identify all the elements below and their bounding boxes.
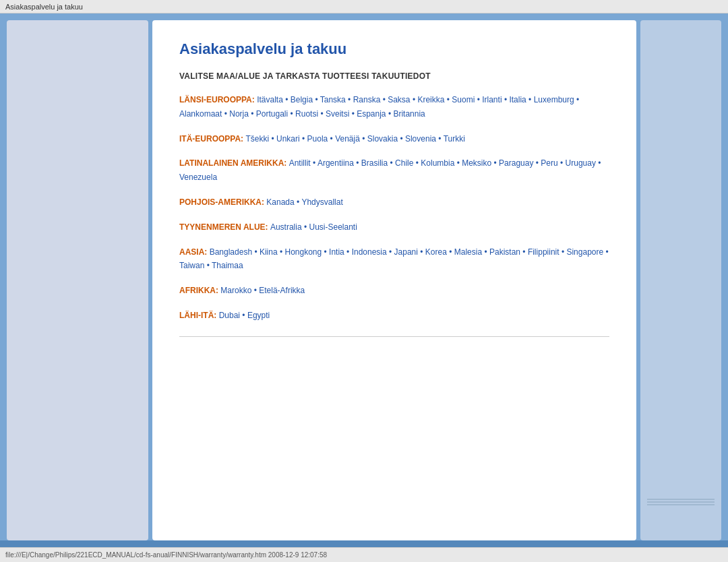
region-link-lansi-eurooppa-13[interactable]: Ruotsi <box>295 109 318 119</box>
region-link-latinalainen-amerikka-9[interactable]: Venezuela <box>179 173 217 182</box>
region-links-afrikka[interactable]: Marokko • Etelä-Afrikka <box>220 286 305 295</box>
region-link-lansi-eurooppa-4[interactable]: Saksa <box>388 95 410 104</box>
region-link-aasia-11[interactable]: Taiwan <box>179 261 204 270</box>
region-links-tyynenmeren-alue[interactable]: Australia • Uusi-Seelanti <box>270 222 357 232</box>
region-block-aasia: AASIA: Bangladesh • Kiina • Hongkong • I… <box>179 245 609 274</box>
region-link-ita-eurooppa-0[interactable]: Tšekki <box>245 134 269 144</box>
bottom-strip <box>0 540 728 547</box>
region-link-lansi-eurooppa-3[interactable]: Ranska <box>353 95 381 104</box>
region-link-latinalainen-amerikka-3[interactable]: Chile <box>395 158 413 168</box>
region-links-lahi-ita[interactable]: Dubai • Egypti <box>219 311 270 320</box>
region-link-tyynenmeren-alue-1[interactable]: Uusi-Seelanti <box>309 222 357 232</box>
region-link-lansi-eurooppa-5[interactable]: Kreikka <box>417 95 444 104</box>
region-link-latinalainen-amerikka-5[interactable]: Meksiko <box>462 158 491 168</box>
region-label-tyynenmeren-alue: TYYNENMEREN ALUE: <box>179 222 270 232</box>
region-link-latinalainen-amerikka-6[interactable]: Paraguay <box>499 158 533 168</box>
region-block-ita-eurooppa: ITÄ-EUROOPPA: Tšekki • Unkari • Puola • … <box>179 132 609 146</box>
region-link-ita-eurooppa-2[interactable]: Puola <box>307 134 328 144</box>
region-block-lansi-eurooppa: LÄNSI-EUROOPPA: Itävalta • Belgia • Tans… <box>179 93 609 121</box>
region-link-pohjois-amerikka-1[interactable]: Yhdysvallat <box>301 197 342 207</box>
region-link-lansi-eurooppa-1[interactable]: Belgia <box>291 95 313 104</box>
region-links-ita-eurooppa[interactable]: Tšekki • Unkari • Puola • Venäjä • Slova… <box>245 134 464 144</box>
region-link-aasia-8[interactable]: Pakistan <box>489 247 520 257</box>
region-link-aasia-2[interactable]: Hongkong <box>285 247 322 257</box>
region-link-ita-eurooppa-5[interactable]: Slovenia <box>405 134 436 144</box>
region-block-pohjois-amerikka: POHJOIS-AMERIKKA: Kanada • Yhdysvallat <box>179 195 609 210</box>
region-link-lansi-eurooppa-6[interactable]: Suomi <box>452 95 475 104</box>
region-link-lansi-eurooppa-7[interactable]: Irlanti <box>482 95 502 104</box>
region-link-ita-eurooppa-3[interactable]: Venäjä <box>335 134 360 144</box>
region-link-aasia-3[interactable]: Intia <box>329 247 344 257</box>
region-link-ita-eurooppa-4[interactable]: Slovakia <box>367 134 398 144</box>
region-link-lahi-ita-0[interactable]: Dubai <box>219 311 240 320</box>
region-link-latinalainen-amerikka-8[interactable]: Uruguay <box>566 158 596 168</box>
region-link-aasia-4[interactable]: Indonesia <box>352 247 387 257</box>
region-label-latinalainen-amerikka: LATINALAINEN AMERIKKA: <box>179 158 289 168</box>
region-link-lansi-eurooppa-0[interactable]: Itävalta <box>257 95 283 104</box>
region-link-lansi-eurooppa-8[interactable]: Italia <box>509 95 526 104</box>
region-link-afrikka-1[interactable]: Etelä-Afrikka <box>259 286 305 295</box>
region-link-aasia-1[interactable]: Kiina <box>260 247 278 257</box>
region-link-lahi-ita-1[interactable]: Egypti <box>247 311 270 320</box>
region-link-lansi-eurooppa-16[interactable]: Britannia <box>393 109 425 119</box>
region-block-afrikka: AFRIKKA: Marokko • Etelä-Afrikka <box>179 284 609 298</box>
region-block-latinalainen-amerikka: LATINALAINEN AMERIKKA: Antillit • Argent… <box>179 156 609 185</box>
region-link-latinalainen-amerikka-1[interactable]: Argentiina <box>317 158 354 168</box>
divider <box>179 336 609 337</box>
region-link-lansi-eurooppa-2[interactable]: Tanska <box>320 95 346 104</box>
region-link-aasia-9[interactable]: Filippiinit <box>528 247 559 257</box>
region-link-ita-eurooppa-6[interactable]: Turkki <box>444 134 465 144</box>
region-link-aasia-7[interactable]: Malesia <box>454 247 482 257</box>
browser-body: Asiakaspalvelu ja takuu VALITSE MAA/ALUE… <box>0 13 728 547</box>
region-block-lahi-ita: LÄHI-ITÄ: Dubai • Egypti <box>179 309 609 323</box>
title-bar-text: Asiakaspalvelu ja takuu <box>5 3 83 11</box>
region-label-aasia: AASIA: <box>179 247 210 257</box>
region-links-aasia[interactable]: Bangladesh • Kiina • Hongkong • Intia • … <box>179 247 609 271</box>
region-link-lansi-eurooppa-14[interactable]: Sveitsi <box>326 109 349 119</box>
region-link-aasia-0[interactable]: Bangladesh <box>210 247 252 257</box>
left-panel <box>7 20 148 540</box>
center-panel: Asiakaspalvelu ja takuu VALITSE MAA/ALUE… <box>152 20 636 540</box>
region-label-ita-eurooppa: ITÄ-EUROOPPA: <box>179 134 245 144</box>
region-link-lansi-eurooppa-9[interactable]: Luxemburg <box>534 95 574 104</box>
regions-container: LÄNSI-EUROOPPA: Itävalta • Belgia • Tans… <box>179 93 609 323</box>
region-link-pohjois-amerikka-0[interactable]: Kanada <box>266 197 294 207</box>
status-bar: file:///E|/Change/Philips/221ECD_MANUAL/… <box>0 547 728 562</box>
region-link-ita-eurooppa-1[interactable]: Unkari <box>276 134 300 144</box>
right-panel <box>640 20 721 540</box>
region-link-lansi-eurooppa-12[interactable]: Portugali <box>256 109 288 119</box>
page-subtitle: VALITSE MAA/ALUE JA TARKASTA TUOTTEESI T… <box>179 71 609 81</box>
region-link-lansi-eurooppa-15[interactable]: Espanja <box>357 109 386 119</box>
page-title: Asiakaspalvelu ja takuu <box>179 40 609 58</box>
region-link-aasia-10[interactable]: Singapore <box>566 247 603 257</box>
title-bar: Asiakaspalvelu ja takuu <box>0 0 728 13</box>
region-link-latinalainen-amerikka-0[interactable]: Antillit <box>289 158 311 168</box>
region-link-aasia-12[interactable]: Thaimaa <box>212 261 243 270</box>
region-link-latinalainen-amerikka-4[interactable]: Kolumbia <box>421 158 454 168</box>
region-link-afrikka-0[interactable]: Marokko <box>220 286 251 295</box>
region-link-aasia-5[interactable]: Japani <box>394 247 418 257</box>
region-block-tyynenmeren-alue: TYYNENMEREN ALUE: Australia • Uusi-Seela… <box>179 220 609 235</box>
region-label-pohjois-amerikka: POHJOIS-AMERIKKA: <box>179 197 266 207</box>
region-link-latinalainen-amerikka-7[interactable]: Peru <box>541 158 557 168</box>
region-link-latinalainen-amerikka-2[interactable]: Brasilia <box>361 158 388 168</box>
region-link-lansi-eurooppa-10[interactable]: Alankomaat <box>179 109 222 119</box>
region-label-lahi-ita: LÄHI-ITÄ: <box>179 311 219 320</box>
region-link-tyynenmeren-alue-0[interactable]: Australia <box>270 222 302 232</box>
region-link-aasia-6[interactable]: Korea <box>425 247 447 257</box>
region-label-lansi-eurooppa: LÄNSI-EUROOPPA: <box>179 95 257 104</box>
region-label-afrikka: AFRIKKA: <box>179 286 220 295</box>
region-links-pohjois-amerikka[interactable]: Kanada • Yhdysvallat <box>266 197 342 207</box>
status-text: file:///E|/Change/Philips/221ECD_MANUAL/… <box>5 551 327 559</box>
region-link-lansi-eurooppa-11[interactable]: Norja <box>229 109 249 119</box>
